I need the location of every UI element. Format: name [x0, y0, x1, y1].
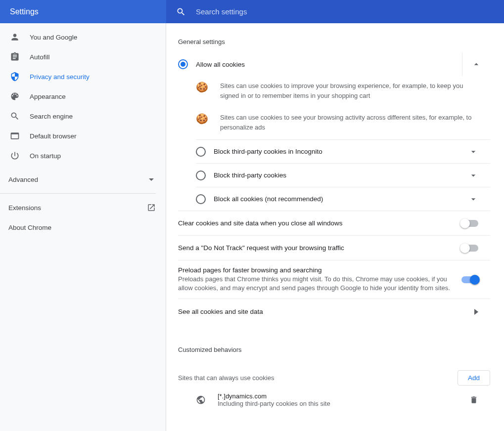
sidebar-item-you-and-google[interactable]: You and Google [0, 27, 166, 47]
toggle-preload[interactable]: Preload pages for faster browsing and se… [178, 260, 490, 299]
advanced-label: Advanced [8, 176, 38, 183]
radio-icon [196, 171, 206, 180]
toggle-label: Preload pages for faster browsing and se… [178, 266, 452, 274]
sidebar-item-label: Search engine [30, 113, 73, 120]
sidebar-item-on-startup[interactable]: On startup [0, 146, 166, 166]
globe-icon [196, 395, 206, 405]
person-icon [10, 32, 20, 42]
radio-icon [196, 194, 206, 204]
cookie-detail-2: 🍪 Sites can use cookies to see your brow… [178, 108, 490, 139]
cookie-detail-1: 🍪 Sites can use cookies to improve your … [178, 76, 490, 108]
sidebar-divider [0, 193, 156, 194]
sidebar-item-label: Appearance [30, 93, 66, 100]
caret-down-icon [149, 178, 154, 181]
detail-text: Sites can use cookies to improve your br… [220, 81, 478, 101]
sidebar-item-search-engine[interactable]: Search engine [0, 106, 166, 126]
search-icon [10, 111, 20, 121]
radio-block-third-party[interactable]: Block third-party cookies [196, 163, 490, 187]
see-all-cookies-link[interactable]: See all cookies and site data [178, 299, 490, 324]
main-content: General settings Allow all cookies 🍪 Sit… [166, 23, 504, 431]
toggle-switch[interactable] [461, 220, 478, 227]
radio-allow-all-cookies[interactable]: Allow all cookies [178, 52, 462, 76]
open-in-new-icon [147, 203, 156, 212]
sidebar-item-autofill[interactable]: Autofill [0, 47, 166, 67]
radio-label: Block third-party cookies in Incognito [214, 148, 468, 155]
chevron-right-icon [474, 309, 478, 315]
power-icon [10, 151, 20, 161]
header-search-area [166, 0, 504, 23]
browser-icon [10, 131, 20, 141]
trash-icon[interactable] [469, 395, 478, 404]
site-pattern: [*.]dynamics.com [218, 392, 469, 400]
sidebar-item-label: Autofill [30, 53, 50, 61]
sidebar-item-default-browser[interactable]: Default browser [0, 126, 166, 146]
sidebar-item-appearance[interactable]: Appearance [0, 86, 166, 106]
palette-icon [10, 91, 20, 101]
toggle-label: Send a "Do Not Track" request with your … [178, 244, 452, 252]
sidebar-advanced-toggle[interactable]: Advanced [0, 170, 166, 189]
header-bar: Settings [0, 0, 504, 23]
chevron-down-icon [468, 194, 478, 204]
collapse-button[interactable] [462, 52, 490, 76]
radio-label: Block all cookies (not recommended) [214, 195, 468, 203]
chevron-down-icon [468, 171, 478, 180]
sidebar-item-extensions[interactable]: Extensions [0, 198, 166, 217]
toggle-dnt[interactable]: Send a "Do Not Track" request with your … [178, 235, 490, 260]
chevron-up-icon [471, 59, 481, 69]
section-title: General settings [178, 38, 490, 45]
detail-text: Sites can use cookies to see your browsi… [220, 113, 478, 132]
sidebar-item-label: Default browser [30, 132, 77, 140]
about-label: About Chrome [8, 224, 51, 231]
customized-behaviors-title: Customized behaviors [178, 346, 490, 353]
clipboard-icon [10, 52, 20, 62]
site-entry: [*.]dynamics.com Including third-party c… [178, 386, 490, 414]
chevron-down-icon [468, 147, 478, 157]
radio-block-third-party-incognito[interactable]: Block third-party cookies in Incognito [196, 139, 490, 163]
radio-label: Allow all cookies [196, 61, 450, 68]
toggle-sub-label: Preloads pages that Chrome thinks you mi… [178, 275, 452, 293]
page-title: Settings [10, 7, 39, 16]
sidebar-item-about[interactable]: About Chrome [0, 217, 166, 237]
extensions-label: Extensions [8, 204, 41, 212]
add-button[interactable]: Add [458, 370, 490, 386]
shield-icon [10, 72, 20, 82]
toggle-switch[interactable] [461, 245, 478, 252]
toggle-label: Clear cookies and site data when you clo… [178, 219, 452, 227]
sites-always-label: Sites that can always use cookies [178, 374, 274, 382]
cookie-icon: 🍪 [196, 82, 208, 101]
search-input[interactable] [196, 7, 394, 16]
radio-icon [178, 59, 188, 69]
radio-block-all[interactable]: Block all cookies (not recommended) [196, 187, 490, 211]
sidebar-item-label: Privacy and security [30, 73, 90, 81]
sidebar: You and Google Autofill Privacy and secu… [0, 23, 166, 431]
sidebar-item-label: You and Google [30, 34, 77, 41]
sites-always-row: Sites that can always use cookies Add [178, 370, 490, 386]
search-icon [176, 7, 186, 17]
radio-label: Block third-party cookies [214, 172, 468, 179]
site-sub: Including third-party cookies on this si… [218, 400, 469, 407]
sidebar-item-privacy-security[interactable]: Privacy and security [0, 67, 166, 86]
radio-icon [196, 147, 206, 157]
sidebar-item-label: On startup [30, 152, 61, 160]
toggle-clear-on-exit[interactable]: Clear cookies and site data when you clo… [178, 211, 490, 235]
toggle-switch[interactable] [461, 276, 478, 283]
cookie-icon: 🍪 [196, 114, 208, 132]
link-label: See all cookies and site data [178, 308, 474, 315]
header-left: Settings [0, 0, 166, 23]
